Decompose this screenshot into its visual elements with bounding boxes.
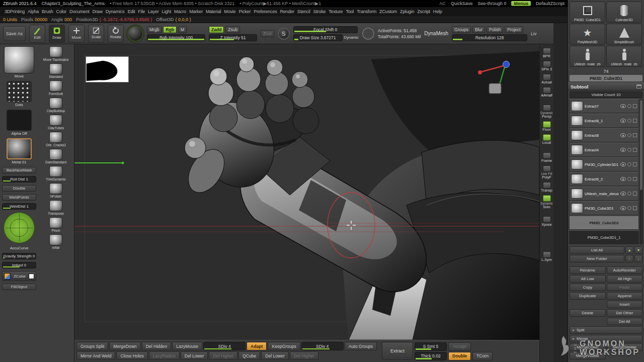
- append-button[interactable]: Append: [607, 292, 643, 300]
- menu-item[interactable]: Dynamics: [104, 9, 126, 14]
- merge-similar-button[interactable]: MergeSimilar: [607, 343, 643, 351]
- zadd-button[interactable]: Zadd: [209, 26, 224, 33]
- seethrough-slider[interactable]: See-through 0: [477, 1, 506, 6]
- save-as-button[interactable]: Save As: [3, 26, 26, 41]
- sculptris-pro-button[interactable]: S: [278, 28, 290, 40]
- subtool-item[interactable]: UMesh_male_zbrush5_17: [569, 187, 639, 201]
- nav-thumbnail[interactable]: [86, 56, 129, 82]
- tool-slot[interactable]: ★ PM3D_Cube3D1: [570, 2, 605, 23]
- focal-shift-slider[interactable]: Focal Shift 0: [293, 26, 358, 33]
- del-hidden-button[interactable]: Del Hidden: [142, 342, 172, 350]
- brush-slot[interactable]: Inflat: [49, 234, 62, 249]
- current-brush-move[interactable]: Move: [4, 46, 34, 78]
- groups-button[interactable]: Groups: [452, 26, 471, 33]
- move-button[interactable]: Move: [68, 25, 85, 43]
- rotate-button[interactable]: Rotate: [108, 25, 124, 43]
- subtool-options-icon[interactable]: [633, 162, 637, 166]
- visibility-eye-icon[interactable]: [620, 206, 626, 210]
- live-boolean-label[interactable]: Liv: [531, 31, 537, 36]
- viewport-toggle-button[interactable]: AAHalf: [540, 87, 553, 98]
- polypaint-icon[interactable]: [627, 148, 631, 152]
- menu-item[interactable]: Marker: [188, 9, 204, 14]
- merge-down-button[interactable]: MergeDown: [109, 342, 140, 350]
- brush-slot[interactable]: DamStandard: [45, 149, 66, 164]
- subtool-scrollbar-thumb[interactable]: [640, 100, 642, 190]
- new-folder-button[interactable]: New Folder: [570, 255, 624, 262]
- menu-item[interactable]: Macro: [173, 9, 188, 14]
- del-other-button[interactable]: Del Other: [607, 309, 643, 317]
- viewport-toggle-button[interactable]: Floor: [540, 121, 553, 132]
- brush-slot[interactable]: TrimDynamic: [46, 166, 66, 181]
- extract-button[interactable]: Extract: [382, 342, 413, 360]
- list-all-button[interactable]: List All: [570, 246, 624, 254]
- menu-item[interactable]: ZCustom: [378, 9, 398, 14]
- palette-menu-icon[interactable]: [636, 84, 641, 88]
- lazyradius-slider[interactable]: LazyRadius: [149, 351, 180, 360]
- menu-item[interactable]: Brush: [40, 9, 55, 14]
- viewport-toggle-button[interactable]: SPix 3: [540, 61, 553, 71]
- subtool-item[interactable]: PM3D_Cube3D1: [569, 201, 639, 215]
- insert-button[interactable]: Insert: [607, 301, 643, 308]
- polypaint-icon[interactable]: [627, 104, 631, 108]
- close-holes-button[interactable]: Close Holes: [116, 351, 147, 360]
- visibility-eye-icon[interactable]: [620, 119, 626, 123]
- brush-slot[interactable]: ClayTubes: [48, 115, 64, 130]
- weld-dist-slider[interactable]: WeldDist 1: [2, 203, 36, 210]
- paste-button[interactable]: Paste: [607, 284, 643, 291]
- adapt-button[interactable]: Adapt: [247, 342, 267, 350]
- gravity-strength-slider[interactable]: Gravity Strength 0: [2, 253, 36, 259]
- move-to-bottom-button[interactable]: ↓: [634, 255, 642, 262]
- split-section-toggle[interactable]: ▸ Split: [570, 326, 642, 334]
- del-higher-button-right[interactable]: Del Higher: [290, 351, 318, 360]
- subtool-options-icon[interactable]: [633, 133, 637, 137]
- subtool-item[interactable]: PM3D_Cube3D1_1: [569, 230, 639, 244]
- zcolor-button[interactable]: ZColor: [2, 271, 36, 281]
- subtool-item[interactable]: Extract4: [569, 143, 639, 157]
- qcube-button[interactable]: QCube: [238, 351, 260, 360]
- all-low-button[interactable]: All Low: [570, 275, 606, 283]
- accept-button[interactable]: Accept: [448, 342, 471, 351]
- subtool-item[interactable]: Extract8_1: [569, 114, 639, 128]
- viewport-toggle-button[interactable]: BPR: [540, 48, 553, 58]
- tool-slot[interactable]: ★ UMesh_male_zb: [570, 46, 605, 67]
- visibility-eye-icon[interactable]: [620, 162, 626, 166]
- menu-item[interactable]: Material: [204, 9, 222, 14]
- groups-split-button[interactable]: Groups Split: [76, 342, 108, 350]
- z-intensity-slider[interactable]: Z Intensity 51: [209, 34, 257, 41]
- rgb-intensity-slider[interactable]: Rgb Intensity 100: [147, 34, 205, 41]
- tcorn-toggle[interactable]: TCorn: [472, 352, 493, 360]
- move-subtool-down-button[interactable]: ▼: [634, 246, 642, 254]
- imbed-slider[interactable]: Imbed 0: [2, 262, 36, 268]
- rgb-button[interactable]: Rgb: [163, 26, 177, 33]
- accucurve-editor[interactable]: [4, 212, 35, 243]
- brush-slot[interactable]: hPolish: [49, 183, 62, 198]
- brush-slot[interactable]: Transpose: [48, 200, 64, 215]
- menu-item[interactable]: Movie: [222, 9, 237, 14]
- visibility-eye-icon[interactable]: [620, 177, 626, 181]
- thick-slider[interactable]: Thick 0.02: [415, 352, 447, 360]
- copy-button[interactable]: Copy: [570, 284, 606, 291]
- edit-button[interactable]: Edit: [29, 25, 45, 43]
- move-to-top-button[interactable]: ↑: [625, 255, 633, 262]
- viewport-toggle-button[interactable]: Frame: [540, 152, 553, 163]
- zsub-button[interactable]: Zsub: [225, 26, 240, 33]
- viewport-toggle-button[interactable]: Local: [540, 134, 553, 145]
- menus-toggle[interactable]: Menus: [511, 1, 531, 6]
- del-all-button[interactable]: Del All: [607, 318, 643, 325]
- backface-mask-button[interactable]: BackfaceMask: [2, 167, 36, 173]
- visibility-eye-icon[interactable]: [620, 148, 626, 152]
- menu-item[interactable]: Stencil: [296, 9, 312, 14]
- merge-visible-button[interactable]: MergeVisible: [570, 352, 606, 359]
- menu-item[interactable]: Render: [279, 9, 296, 14]
- polypaint-icon[interactable]: [627, 133, 631, 137]
- s-smt-slider[interactable]: S Smt 5: [415, 342, 447, 351]
- stroke-dots[interactable]: Dots: [7, 81, 32, 107]
- polish-button[interactable]: Polish: [487, 26, 503, 33]
- visibility-eye-icon[interactable]: [620, 133, 626, 137]
- brush-slot[interactable]: Pinch: [49, 217, 62, 232]
- subtool-item[interactable]: PM3D_Cube3D2: [569, 216, 639, 230]
- sdiv-slider-right[interactable]: SDiv 4: [301, 342, 344, 350]
- brush-slot[interactable]: Standard: [49, 63, 63, 78]
- m-button[interactable]: M: [178, 26, 187, 33]
- auto-groups-button[interactable]: Auto Groups: [345, 342, 377, 350]
